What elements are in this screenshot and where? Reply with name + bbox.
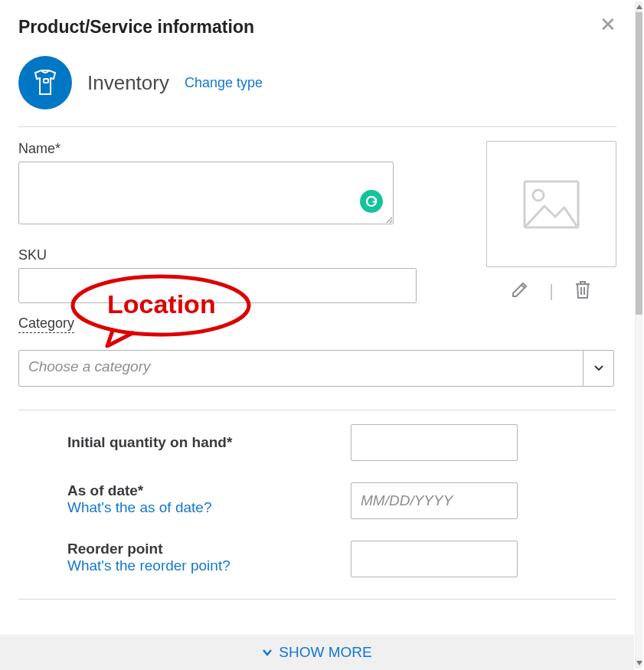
name-label: Name* — [18, 141, 463, 157]
reorder-point-help-link[interactable]: What's the reorder point? — [67, 557, 351, 574]
inventory-type-icon — [18, 56, 72, 109]
show-more-button[interactable]: SHOW MORE — [0, 635, 634, 670]
type-label: Inventory — [87, 71, 169, 95]
svg-point-2 — [533, 190, 544, 201]
svg-marker-5 — [636, 661, 642, 665]
svg-marker-4 — [636, 5, 642, 9]
as-of-date-field[interactable] — [351, 482, 518, 519]
image-upload-box[interactable] — [486, 141, 616, 267]
modal-content: Product/Service information ✕ Inventory … — [0, 0, 644, 635]
delete-image-icon[interactable] — [574, 279, 592, 302]
initial-qty-field[interactable] — [351, 424, 518, 461]
scroll-up-arrow-icon[interactable] — [636, 2, 642, 12]
divider — [18, 599, 616, 600]
grammarly-icon[interactable] — [360, 190, 383, 213]
show-more-label: SHOW MORE — [279, 644, 371, 661]
modal-panel: Product/Service information ✕ Inventory … — [0, 0, 644, 670]
category-placeholder: Choose a category — [19, 351, 583, 386]
scrollbar-thumb[interactable] — [636, 12, 642, 315]
change-type-link[interactable]: Change type — [185, 75, 263, 91]
sku-label: SKU — [18, 247, 463, 263]
reorder-point-label: Reorder point — [67, 541, 351, 557]
divider — [18, 410, 616, 410]
action-divider: | — [549, 281, 554, 301]
scrollbar[interactable] — [635, 2, 642, 668]
as-of-date-label: As of date* — [67, 482, 351, 499]
close-icon[interactable]: ✕ — [600, 17, 616, 32]
category-select[interactable]: Choose a category — [18, 350, 614, 387]
name-field[interactable] — [18, 162, 394, 224]
edit-image-icon[interactable] — [511, 280, 529, 302]
initial-qty-label: Initial quantity on hand* — [67, 434, 351, 451]
as-of-date-help-link[interactable]: What's the as of date? — [67, 499, 351, 516]
category-label: Category — [18, 315, 74, 333]
scroll-down-arrow-icon[interactable] — [636, 658, 642, 668]
chevron-down-icon — [262, 649, 273, 656]
reorder-point-field[interactable] — [351, 541, 518, 577]
page-title: Product/Service information — [18, 17, 254, 38]
chevron-down-icon — [583, 351, 613, 386]
divider — [18, 126, 616, 127]
svg-rect-0 — [44, 79, 48, 83]
sku-field[interactable] — [18, 268, 417, 303]
